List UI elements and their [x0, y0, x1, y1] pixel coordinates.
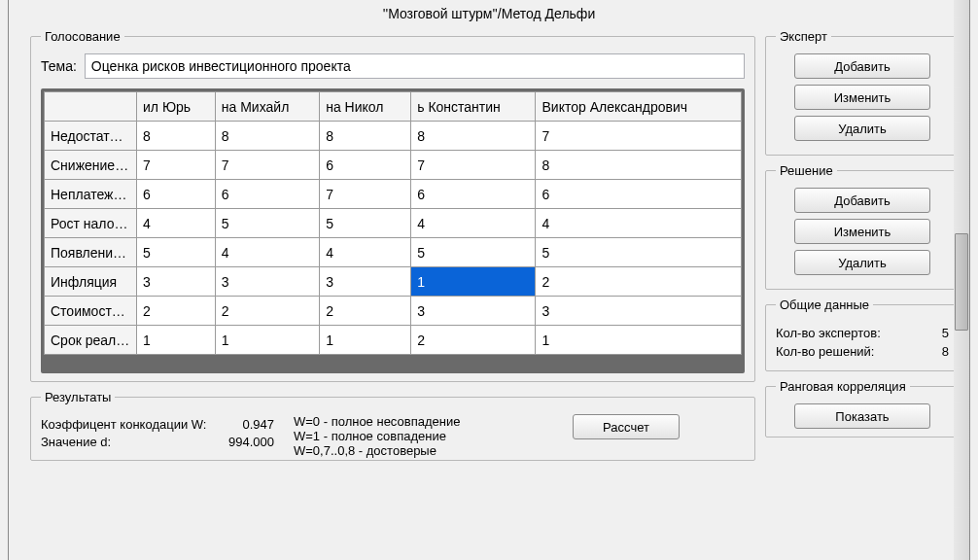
grid-cell[interactable]: 7: [411, 151, 536, 180]
grid-cell[interactable]: 3: [411, 297, 536, 326]
column-header[interactable]: ь Константин: [411, 92, 536, 122]
grid-cell[interactable]: 2: [320, 297, 411, 326]
rank-show-button[interactable]: Показать: [794, 403, 930, 429]
grid-cell[interactable]: 7: [536, 122, 742, 151]
grid-cell[interactable]: 6: [411, 180, 536, 209]
decisions-count-value: 8: [942, 344, 949, 359]
grid-cell[interactable]: 1: [320, 326, 411, 355]
decision-edit-button[interactable]: Изменить: [794, 219, 930, 244]
calculate-button[interactable]: Рассчет: [573, 414, 680, 439]
d-value: 994.000: [228, 435, 274, 449]
expert-group: Эксперт Добавить Изменить Удалить: [765, 29, 960, 156]
row-header[interactable]: Стоимость ...: [45, 297, 137, 326]
column-header[interactable]: Виктор Александрович: [536, 92, 742, 122]
expert-legend: Эксперт: [776, 29, 831, 44]
grid-cell[interactable]: 4: [411, 209, 536, 238]
topic-label: Тема:: [41, 58, 77, 74]
grid-cell[interactable]: 1: [137, 326, 216, 355]
voting-legend: Голосование: [41, 29, 124, 44]
decision-group: Решение Добавить Изменить Удалить: [765, 163, 960, 290]
grid-cell[interactable]: 8: [536, 151, 742, 180]
d-label: Значение d:: [41, 435, 111, 449]
grid-cell[interactable]: 4: [320, 238, 411, 267]
grid-cell[interactable]: 8: [320, 122, 411, 151]
row-header[interactable]: Срок реализ...: [45, 326, 137, 355]
w-legend-0: W=0 - полное несовпадение: [294, 414, 488, 429]
grid-cell[interactable]: 7: [137, 151, 216, 180]
grid-cell[interactable]: 5: [320, 209, 411, 238]
grid-corner-cell: [45, 92, 137, 122]
grid-cell[interactable]: 3: [137, 267, 216, 297]
expert-edit-button[interactable]: Изменить: [794, 85, 930, 110]
grid-cell[interactable]: 2: [536, 267, 742, 297]
w-value: 0.947: [242, 417, 274, 432]
grid-cell[interactable]: 3: [320, 267, 411, 297]
column-header[interactable]: ил Юрь: [137, 92, 216, 122]
grid-cell[interactable]: 8: [411, 122, 536, 151]
grid-cell[interactable]: 4: [215, 238, 319, 267]
scrollbar-thumb[interactable]: [955, 233, 968, 331]
w-legend-1: W=1 - полное совпадение: [294, 429, 488, 443]
grid-cell[interactable]: 1: [536, 326, 742, 355]
row-header[interactable]: Недостаточ...: [45, 122, 137, 151]
vertical-scrollbar[interactable]: [954, 0, 969, 560]
grid-cell[interactable]: 8: [215, 122, 319, 151]
general-data-group: Общие данные Кол-во экспертов: 5 Кол-во …: [765, 298, 960, 371]
grid-cell[interactable]: 3: [536, 297, 742, 326]
grid-cell[interactable]: 2: [411, 326, 536, 355]
grid-cell[interactable]: 5: [215, 209, 319, 238]
row-header[interactable]: Появление ...: [45, 238, 137, 267]
grid-cell[interactable]: 6: [215, 180, 319, 209]
grid-cell[interactable]: 1: [411, 267, 536, 297]
grid-cell[interactable]: 5: [411, 238, 536, 267]
row-header[interactable]: Неплатежес...: [45, 180, 137, 209]
grid-cell[interactable]: 6: [536, 180, 742, 209]
decision-add-button[interactable]: Добавить: [794, 188, 930, 213]
general-data-legend: Общие данные: [776, 298, 873, 312]
results-group: Результаты Коэффицент конкодации W: 0.94…: [30, 390, 755, 461]
grid-cell[interactable]: 1: [215, 326, 319, 355]
grid-cell[interactable]: 7: [320, 180, 411, 209]
grid-cell[interactable]: 5: [536, 238, 742, 267]
column-header[interactable]: на Михайл: [215, 92, 319, 122]
grid-cell[interactable]: 7: [215, 151, 319, 180]
experts-count-label: Кол-во экспертов:: [776, 326, 881, 340]
grid-cell[interactable]: 4: [137, 209, 216, 238]
grid-cell[interactable]: 2: [137, 297, 216, 326]
experts-count-value: 5: [942, 326, 949, 340]
column-header[interactable]: на Никол: [320, 92, 411, 122]
window-title: ''Мозговой штурм''/Метод Дельфи: [9, 0, 969, 25]
grid-cell[interactable]: 3: [215, 267, 319, 297]
rank-correlation-legend: Ранговая корреляция: [776, 379, 910, 394]
voting-grid[interactable]: ил Юрьна Михайлна Николь КонстантинВикто…: [41, 88, 745, 373]
voting-group: Голосование Тема: ил Юрьна Михайлна Нико…: [30, 29, 755, 382]
decision-delete-button[interactable]: Удалить: [794, 250, 930, 275]
decisions-count-label: Кол-во решений:: [776, 344, 874, 359]
grid-cell[interactable]: 6: [320, 151, 411, 180]
grid-cell[interactable]: 6: [137, 180, 216, 209]
grid-cell[interactable]: 2: [215, 297, 319, 326]
expert-add-button[interactable]: Добавить: [794, 53, 930, 79]
row-header[interactable]: Инфляция: [45, 267, 137, 297]
decision-legend: Решение: [776, 163, 837, 178]
expert-delete-button[interactable]: Удалить: [794, 116, 930, 141]
w-legend-2: W=0,7..0,8 - достоверые: [294, 443, 488, 458]
grid-cell[interactable]: 8: [137, 122, 216, 151]
rank-correlation-group: Ранговая корреляция Показать: [765, 379, 960, 438]
results-legend: Результаты: [41, 390, 115, 404]
topic-input[interactable]: [85, 53, 745, 79]
row-header[interactable]: Снижение ц...: [45, 151, 137, 180]
row-header[interactable]: Рост налогов: [45, 209, 137, 238]
w-label: Коэффицент конкодации W:: [41, 417, 206, 432]
grid-cell[interactable]: 5: [137, 238, 216, 267]
grid-cell[interactable]: 4: [536, 209, 742, 238]
